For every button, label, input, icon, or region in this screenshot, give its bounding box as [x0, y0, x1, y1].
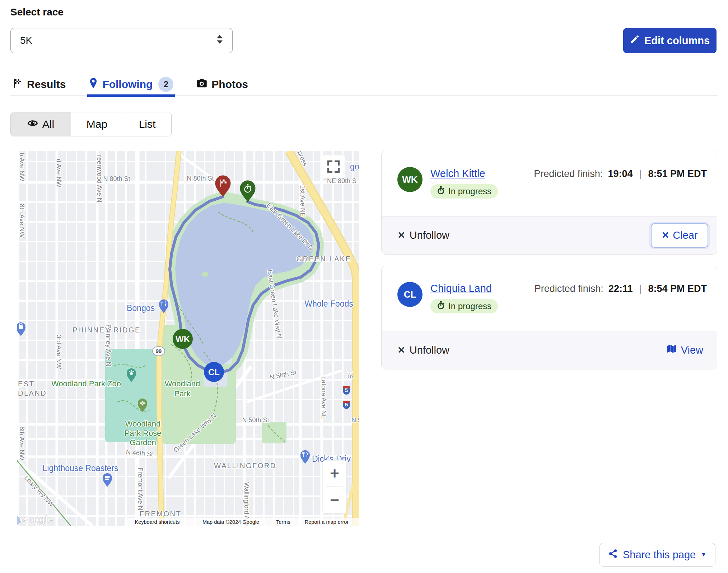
- svg-text:d Ave NW: d Ave NW: [55, 159, 62, 187]
- race-select-dropdown[interactable]: 5K: [10, 28, 233, 53]
- checkered-flag-icon: [12, 78, 23, 91]
- clear-button[interactable]: ✕ Clear: [651, 223, 708, 248]
- status-badge: In progress: [430, 184, 498, 199]
- svg-text:Woodland: Woodland: [125, 419, 161, 428]
- svg-text:FREMONT: FREMONT: [140, 510, 181, 518]
- svg-text:go: go: [350, 162, 359, 171]
- view-button[interactable]: View: [667, 344, 708, 356]
- map-data-label: Map data ©2024 Google: [202, 519, 259, 525]
- google-logo: Google: [20, 514, 53, 525]
- svg-text:Woodland Park Zoo: Woodland Park Zoo: [51, 379, 121, 388]
- race-tracking-page: Select race 5K Edit columns Results Foll…: [0, 0, 728, 573]
- close-icon: ✕: [397, 345, 405, 356]
- svg-text:Bongos: Bongos: [127, 303, 155, 313]
- report-map-error-link[interactable]: Report a map error: [305, 519, 349, 525]
- svg-text:Garden: Garden: [130, 438, 156, 447]
- camera-icon: [196, 78, 207, 91]
- zoom-out-button[interactable]: −: [330, 491, 339, 509]
- close-icon: ✕: [397, 230, 405, 241]
- view-toggle: All Map List: [10, 112, 172, 136]
- follower-card: WK Welch Kittle Predicted finish: 19:04 …: [381, 151, 717, 255]
- i5-shield: 5: [343, 386, 350, 395]
- avatar: WK: [397, 167, 423, 192]
- tab-following[interactable]: Following 2: [87, 73, 175, 96]
- pencil-icon: [630, 35, 639, 47]
- svg-text:Lighthouse Roasters: Lighthouse Roasters: [43, 463, 118, 473]
- zoo-area: [105, 349, 158, 442]
- course-map[interactable]: N 80th St N 80th St NE 80th S h Ave NW 8…: [17, 151, 359, 526]
- svg-text:5: 5: [345, 401, 348, 407]
- map-icon: [667, 344, 677, 356]
- svg-text:Woodland: Woodland: [165, 379, 200, 388]
- svg-text:WALLINGFORD: WALLINGFORD: [214, 462, 276, 470]
- terms-link[interactable]: Terms: [276, 519, 290, 525]
- predicted-finish-label: Predicted finish:: [534, 168, 603, 180]
- svg-text:DLAND: DLAND: [18, 389, 47, 397]
- keyboard-shortcuts-link[interactable]: Keyboard shortcuts: [135, 519, 180, 525]
- follower-card: CL Chiquia Land Predicted finish: 22:11 …: [381, 266, 717, 369]
- runner-name-link[interactable]: Chiquia Land: [430, 283, 492, 294]
- select-sort-icon: [216, 34, 224, 47]
- svg-text:8th Ave NW: 8th Ave NW: [18, 204, 25, 238]
- runner-marker-cl[interactable]: CL: [204, 362, 224, 382]
- svg-text:99: 99: [156, 348, 162, 354]
- predicted-chip-time: 22:11: [608, 283, 633, 294]
- i5-shield: 5: [343, 401, 350, 409]
- following-count-badge: 2: [158, 77, 173, 92]
- predicted-finish-label: Predicted finish:: [535, 283, 603, 294]
- view-toggle-all[interactable]: All: [11, 112, 71, 136]
- svg-text:EST: EST: [18, 380, 34, 388]
- stopwatch-icon: [437, 186, 445, 197]
- svg-text:8th Ave NW: 8th Ave NW: [18, 427, 25, 461]
- svg-text:CL: CL: [208, 367, 220, 377]
- hwy-99-shield: 99: [153, 346, 165, 356]
- location-pin-icon: [89, 78, 98, 92]
- svg-text:NE 80th S: NE 80th S: [327, 177, 356, 185]
- svg-text:N 5: N 5: [351, 416, 359, 424]
- edit-columns-button[interactable]: Edit columns: [623, 28, 717, 53]
- zoom-control: + −: [323, 460, 346, 513]
- zoom-in-button[interactable]: +: [330, 465, 339, 482]
- svg-text:Park: Park: [174, 389, 191, 398]
- svg-text:N 80th St: N 80th St: [187, 175, 214, 182]
- svg-text:N 50th St: N 50th St: [242, 416, 269, 424]
- unfollow-button[interactable]: ✕ Unfollow: [397, 229, 449, 241]
- svg-text:reenwood Ave N: reenwood Ave N: [96, 155, 103, 202]
- view-toggle-list[interactable]: List: [123, 112, 171, 136]
- svg-text:Whole Foods: Whole Foods: [304, 299, 353, 308]
- race-select-value: 5K: [20, 35, 32, 46]
- eye-icon: [27, 118, 38, 130]
- svg-text:Latona Ave NE: Latona Ave NE: [320, 376, 327, 419]
- svg-text:3rd Ave NW: 3rd Ave NW: [55, 335, 62, 369]
- svg-text:N 80th St: N 80th St: [103, 175, 130, 182]
- svg-text:WK: WK: [176, 334, 190, 344]
- svg-text:Fremont Ave N: Fremont Ave N: [137, 467, 144, 511]
- status-badge: In progress: [430, 299, 498, 313]
- runner-marker-wk[interactable]: WK: [173, 329, 193, 349]
- tab-results[interactable]: Results: [10, 73, 67, 96]
- svg-text:h Ave NW: h Ave NW: [18, 153, 25, 181]
- svg-text:I-5: I-5: [346, 371, 354, 378]
- unfollow-button[interactable]: ✕ Unfollow: [397, 344, 449, 356]
- select-race-label: Select race: [10, 6, 64, 18]
- caret-down-icon: ▼: [701, 551, 706, 558]
- tab-bar: Results Following 2 Photos: [10, 73, 718, 96]
- predicted-clock-time: 8:51 PM EDT: [648, 168, 707, 180]
- view-toggle-map[interactable]: Map: [71, 112, 123, 136]
- svg-text:Park Rose: Park Rose: [125, 429, 162, 438]
- duck-island: [201, 272, 209, 277]
- svg-text:1st Ave NE: 1st Ave NE: [299, 185, 306, 217]
- svg-text:PHINNEY RIDGE: PHINNEY RIDGE: [73, 326, 141, 334]
- share-page-button[interactable]: Share this page ▼: [599, 543, 715, 567]
- stopwatch-icon: [437, 301, 445, 312]
- tab-photos[interactable]: Photos: [195, 73, 249, 96]
- svg-text:5: 5: [345, 387, 348, 393]
- runner-name-link[interactable]: Welch Kittle: [430, 168, 485, 180]
- share-icon: [608, 549, 618, 561]
- predicted-chip-time: 19:04: [608, 168, 633, 180]
- close-icon: ✕: [661, 230, 669, 241]
- avatar: CL: [397, 282, 423, 307]
- svg-text:GREEN LAKE: GREEN LAKE: [297, 255, 351, 263]
- predicted-clock-time: 8:54 PM EDT: [648, 283, 707, 294]
- fullscreen-button[interactable]: [322, 155, 345, 178]
